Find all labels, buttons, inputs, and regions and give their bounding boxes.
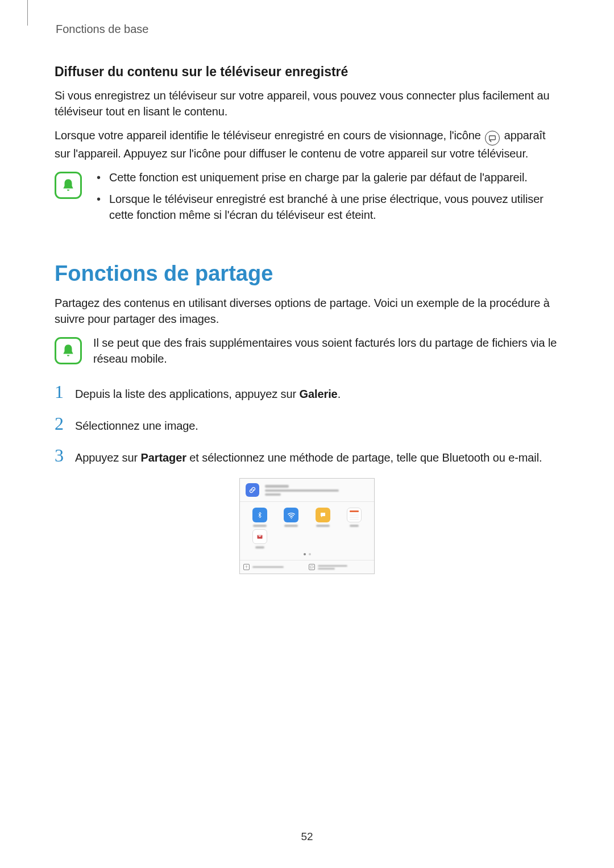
share-app-messages	[316, 508, 330, 527]
share-app-email	[252, 529, 267, 549]
link-sharing-sub2-blur	[265, 493, 281, 496]
step-3-pre: Appuyez sur	[75, 451, 141, 464]
step-1-pre: Depuis la liste des applications, appuye…	[75, 388, 300, 400]
wifi-direct-icon	[284, 508, 298, 522]
pager-dot-active	[304, 553, 306, 555]
note-block-2: Il se peut que des frais supplémentaires…	[55, 335, 559, 367]
link-sharing-sub-blur	[265, 489, 339, 492]
share-app-wifi-label	[284, 525, 298, 527]
step-3-number: 3	[55, 446, 66, 464]
step-1-text: Depuis la liste des applications, appuye…	[75, 386, 341, 402]
transfer-icon	[243, 564, 250, 570]
share-app-bluetooth-label	[253, 525, 267, 527]
share-app-bluetooth	[252, 508, 267, 527]
step-3-bold: Partager	[141, 451, 186, 464]
paragraph-intro-1: Si vous enregistrez un téléviseur sur vo…	[55, 88, 559, 119]
step-3-post: et sélectionnez une méthode de partage, …	[186, 451, 542, 464]
share-apps-grid	[240, 502, 374, 550]
subheading-diffuser: Diffuser du contenu sur le téléviseur en…	[55, 64, 559, 80]
steps-list: 1 Depuis la liste des applications, appu…	[55, 383, 559, 466]
step-2-number: 2	[55, 414, 66, 433]
share-app-memo	[347, 508, 362, 527]
pager-dot-inactive	[309, 553, 311, 555]
share-panel	[239, 478, 375, 574]
share-app-wifi	[284, 508, 298, 527]
bluetooth-icon	[252, 508, 267, 522]
share-bottom-right	[309, 564, 371, 570]
paragraph-intro-2: Lorsque votre appareil identifie le télé…	[55, 127, 559, 161]
svg-rect-0	[489, 136, 496, 140]
email-icon	[252, 529, 267, 544]
step-2-pre: Sélectionnez une image.	[75, 420, 198, 432]
step-1: 1 Depuis la liste des applications, appu…	[55, 383, 559, 402]
step-3: 3 Appuyez sur Partager et sélectionnez u…	[55, 446, 559, 466]
step-2-text: Sélectionnez une image.	[75, 418, 198, 434]
messages-icon	[316, 508, 330, 522]
note-block-1: Cette fonction est uniquement prise en c…	[55, 169, 559, 229]
step-1-bold: Galerie	[300, 388, 338, 400]
note2-text: Il se peut que des frais supplémentaires…	[93, 335, 559, 367]
note-body-2: Il se peut que des frais supplémentaires…	[93, 335, 559, 367]
heading-fonctions-partage: Fonctions de partage	[55, 261, 559, 286]
document-page: Fonctions de base Diffuser du contenu su…	[0, 0, 614, 868]
share-bottom-row	[240, 560, 374, 574]
link-sharing-title-blur	[265, 485, 289, 488]
share-panel-illustration	[55, 478, 559, 574]
svg-rect-2	[310, 566, 313, 568]
note-bell-icon	[55, 172, 82, 199]
memo-icon	[347, 508, 362, 522]
breadcrumb: Fonctions de base	[56, 23, 559, 36]
step-1-number: 1	[55, 383, 66, 401]
share-app-messages-label	[316, 525, 330, 527]
smart-view-icon	[309, 564, 315, 570]
cast-icon	[485, 131, 500, 146]
para2-part-a: Lorsque votre appareil identifie le télé…	[55, 129, 484, 142]
share-app-email-label	[255, 546, 264, 549]
share-link-row	[240, 479, 374, 502]
link-sharing-icon	[246, 483, 259, 497]
svg-point-1	[291, 517, 292, 518]
note-body-1: Cette fonction est uniquement prise en c…	[93, 169, 559, 229]
page-number: 52	[0, 830, 614, 843]
step-1-post: .	[338, 388, 341, 400]
step-3-text: Appuyez sur Partager et sélectionnez une…	[75, 450, 542, 466]
share-bottom-left	[243, 564, 305, 570]
paragraph-partage-intro: Partagez des contenus en utilisant diver…	[55, 295, 559, 327]
note1-item-2: Lorsque le téléviseur enregistré est bra…	[93, 191, 559, 223]
step-2: 2 Sélectionnez une image.	[55, 414, 559, 434]
note1-item-1: Cette fonction est uniquement prise en c…	[93, 169, 559, 185]
note-bell-icon	[55, 337, 82, 364]
share-pager	[240, 550, 374, 560]
share-app-memo-label	[350, 525, 359, 527]
